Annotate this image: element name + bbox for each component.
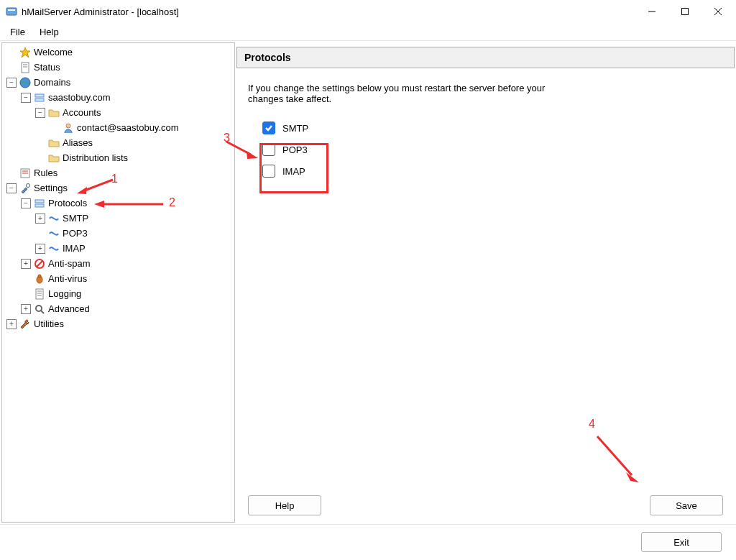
tree-item-utilities[interactable]: +Utilities xyxy=(2,316,234,331)
minimize-button[interactable] xyxy=(635,0,668,23)
menu-bar: File Help xyxy=(0,23,736,41)
tree-item-accounts[interactable]: −Accounts xyxy=(2,105,234,120)
app-icon xyxy=(6,6,17,17)
svg-rect-3 xyxy=(682,9,689,15)
content-pane: Protocols If you change the settings bel… xyxy=(236,42,735,523)
tree-label: POP3 xyxy=(63,228,88,239)
magnifier-icon xyxy=(34,303,45,315)
exit-button[interactable]: Exit xyxy=(641,532,722,552)
tree-item-settings[interactable]: −Settings xyxy=(2,180,234,196)
folder-icon xyxy=(48,137,60,149)
tree-item-pop3[interactable]: POP3 xyxy=(2,226,234,241)
document-icon xyxy=(19,62,31,73)
tree-label: Logging xyxy=(48,288,81,299)
window-title: hMailServer Administrator - [localhost] xyxy=(22,6,635,17)
tree-label: Welcome xyxy=(34,47,73,58)
tree-label: Distribution lists xyxy=(63,152,128,163)
tree-label: contact@saastobuy.com xyxy=(77,122,179,133)
svg-rect-18 xyxy=(35,200,44,203)
svg-marker-37 xyxy=(626,472,639,482)
maximize-button[interactable] xyxy=(668,0,702,23)
info-text: If you change the settings below you mus… xyxy=(248,83,579,104)
collapse-icon[interactable]: − xyxy=(21,198,31,208)
server-icon xyxy=(34,198,45,209)
folder-icon xyxy=(48,107,60,119)
tree-label: saastobuy.com xyxy=(48,92,110,103)
expand-icon[interactable]: + xyxy=(35,244,45,254)
checkbox-pop3[interactable] xyxy=(262,143,275,156)
expand-icon[interactable]: + xyxy=(6,319,17,329)
tree-item-aliases[interactable]: Aliases xyxy=(2,135,234,150)
tree-label: Protocols xyxy=(48,198,87,208)
checkbox-smtp[interactable] xyxy=(262,121,275,134)
annotation-number-4: 4 xyxy=(589,418,595,431)
collapse-icon[interactable]: − xyxy=(6,183,17,193)
collapse-icon[interactable]: − xyxy=(21,93,31,103)
expand-icon[interactable]: + xyxy=(35,214,45,224)
save-button[interactable]: Save xyxy=(650,495,723,515)
title-bar: hMailServer Administrator - [localhost] xyxy=(0,0,736,23)
tree-item-welcome[interactable]: Welcome xyxy=(2,45,234,60)
user-icon xyxy=(63,122,74,134)
tools-icon xyxy=(19,183,31,194)
tree-item-domains[interactable]: −Domains xyxy=(2,75,234,90)
svg-rect-19 xyxy=(35,204,44,207)
tree-item-status[interactable]: Status xyxy=(2,60,234,75)
tree-label: Advanced xyxy=(48,303,90,314)
tree-item-smtp[interactable]: +SMTP xyxy=(2,211,234,226)
svg-marker-35 xyxy=(247,151,258,159)
svg-line-29 xyxy=(41,311,44,313)
folder-icon xyxy=(48,152,60,164)
protocol-icon xyxy=(48,213,60,224)
tree-item-advanced[interactable]: +Advanced xyxy=(2,301,234,316)
log-icon xyxy=(34,288,45,300)
tree-item-antivirus[interactable]: Anti-virus xyxy=(2,271,234,286)
tree-label: Domains xyxy=(34,77,70,88)
tree-item-rules[interactable]: Rules xyxy=(2,165,234,180)
tree-item-dist[interactable]: Distribution lists xyxy=(2,150,234,165)
tree-item-account[interactable]: contact@saastobuy.com xyxy=(2,120,234,135)
globe-icon xyxy=(19,77,31,88)
svg-rect-1 xyxy=(8,9,15,11)
expand-icon[interactable]: + xyxy=(21,304,31,314)
tree-label: Anti-virus xyxy=(48,273,87,284)
svg-point-17 xyxy=(27,183,30,187)
protocol-row-smtp: SMTP xyxy=(262,117,723,139)
tree-label: Status xyxy=(34,62,60,73)
protocol-row-pop3: POP3 xyxy=(262,139,723,160)
server-icon xyxy=(34,92,45,104)
tree-item-antispam[interactable]: +Anti-spam xyxy=(2,256,234,271)
navigation-tree[interactable]: Welcome Status −Domains −saastobuy.com −… xyxy=(1,42,235,523)
footer: Exit xyxy=(0,524,736,559)
tree-item-imap[interactable]: +IMAP xyxy=(2,241,234,256)
star-icon xyxy=(19,47,31,58)
svg-rect-7 xyxy=(22,63,29,73)
collapse-icon[interactable]: − xyxy=(35,108,45,118)
help-button[interactable]: Help xyxy=(248,495,321,515)
close-button[interactable] xyxy=(702,0,735,23)
tree-label: Utilities xyxy=(34,318,64,329)
tree-item-domain[interactable]: −saastobuy.com xyxy=(2,90,234,105)
antispam-icon xyxy=(34,258,45,270)
protocol-row-imap: IMAP xyxy=(262,160,723,182)
menu-help[interactable]: Help xyxy=(32,24,66,40)
expand-icon[interactable]: + xyxy=(21,259,31,269)
tree-label: Anti-spam xyxy=(48,258,91,269)
svg-point-28 xyxy=(36,306,42,311)
svg-marker-6 xyxy=(20,47,30,58)
annotation-arrow-4 xyxy=(594,433,640,484)
svg-rect-12 xyxy=(35,98,44,101)
collapse-icon[interactable]: − xyxy=(6,78,17,88)
tree-item-logging[interactable]: Logging xyxy=(2,286,234,301)
protocol-label: POP3 xyxy=(282,144,308,155)
menu-file[interactable]: File xyxy=(3,24,32,40)
svg-rect-24 xyxy=(36,289,43,299)
protocol-label: SMTP xyxy=(282,123,308,134)
checkbox-imap[interactable] xyxy=(262,165,275,178)
svg-line-21 xyxy=(37,261,42,267)
protocol-icon xyxy=(48,243,60,254)
svg-rect-0 xyxy=(6,8,17,15)
tree-item-protocols[interactable]: −Protocols xyxy=(2,196,234,211)
svg-rect-11 xyxy=(35,94,44,97)
wrench-icon xyxy=(19,318,31,330)
